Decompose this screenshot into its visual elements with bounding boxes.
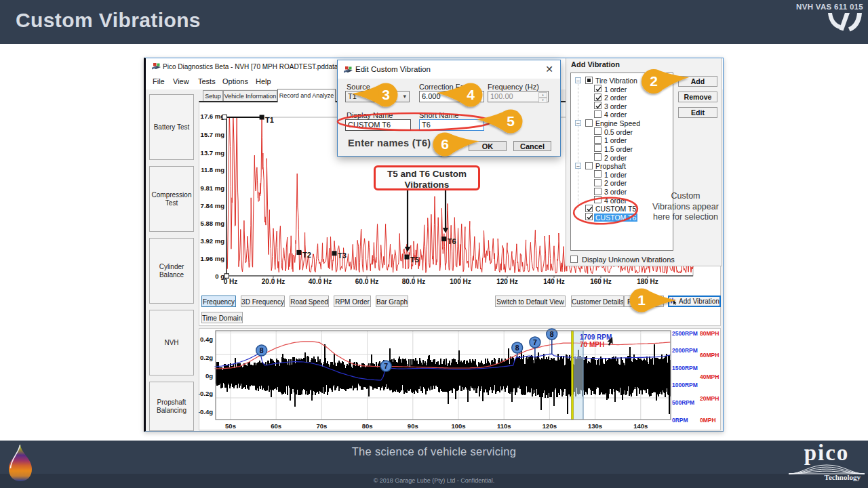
tree-item-1-order[interactable]: 1 order xyxy=(571,85,673,94)
tree-checkbox-unchecked[interactable] xyxy=(594,153,601,161)
tree-expander-icon[interactable]: – xyxy=(575,77,581,83)
spinner-buttons[interactable]: ▲▼ xyxy=(538,92,547,102)
tree-checkbox-unchecked[interactable] xyxy=(585,119,593,127)
tree-item-label[interactable]: 1 order xyxy=(603,136,628,144)
tree-item-label[interactable]: Propshaft xyxy=(594,162,627,170)
display-name-input[interactable]: CUSTOM T6 xyxy=(345,119,411,131)
svg-text:120 Hz: 120 Hz xyxy=(496,278,518,285)
tree-item-label[interactable]: 1.5 order xyxy=(603,145,634,153)
sidebar-button-battery-test[interactable]: Battery Test xyxy=(149,94,194,160)
tree-item-3-order[interactable]: 3 order xyxy=(571,102,673,110)
tree-item-label[interactable]: 2 order xyxy=(603,179,628,187)
tree-item-label[interactable]: Engine Speed xyxy=(594,119,642,127)
tree-expander-icon[interactable]: – xyxy=(575,120,581,126)
tree-item-2-order[interactable]: 2 order xyxy=(571,178,673,187)
tree-item-label[interactable]: Tire Vibration xyxy=(594,77,639,85)
svg-text:7.84 mg: 7.84 mg xyxy=(201,202,225,209)
tree-checkbox-unchecked[interactable] xyxy=(594,144,601,152)
view-button-switch-to-default-view[interactable]: Switch to Default View xyxy=(495,296,566,307)
tree-checkbox-checked[interactable] xyxy=(585,213,593,220)
short-name-label: Short Name xyxy=(419,111,459,119)
tree-item-2-order[interactable]: 2 order xyxy=(571,93,673,102)
view-button-3d-frequency[interactable]: 3D Frequency xyxy=(241,296,285,307)
tree-checkbox-unchecked[interactable] xyxy=(594,188,601,195)
tree-checkbox-unchecked[interactable] xyxy=(594,179,601,186)
tree-checkbox-checked[interactable] xyxy=(594,85,601,92)
view-button-add-vibration[interactable]: Add Vibration xyxy=(668,296,721,307)
short-name-value: T6 xyxy=(422,121,431,129)
source-combobox[interactable]: T1 ▾ xyxy=(345,91,410,102)
close-icon[interactable]: ✕ xyxy=(544,64,555,75)
correction-factor-input[interactable]: 6.000 xyxy=(419,91,484,102)
spinner-up-icon: ▲ xyxy=(538,92,547,98)
tree-checkbox-checked[interactable] xyxy=(594,94,601,101)
sidebar-button-compression-test[interactable]: Compression Test xyxy=(149,166,194,232)
edit-button[interactable]: Edit xyxy=(678,107,717,118)
tree-item-propshaft[interactable]: –Propshaft xyxy=(571,161,673,170)
sidebar-button-nvh[interactable]: NVH xyxy=(149,310,194,375)
tree-item-label[interactable]: 0.5 order xyxy=(603,128,634,136)
tree-item-label[interactable]: 1 order xyxy=(603,171,628,179)
tree-checkbox-checked[interactable] xyxy=(585,205,593,212)
tree-item-2-order[interactable]: 2 order xyxy=(571,153,673,162)
tree-checkbox-unchecked[interactable] xyxy=(594,110,601,118)
tree-item-label[interactable]: 2 order xyxy=(603,154,628,162)
add-vibration-panel: Add Vibration –Tire Vibration1 order2 or… xyxy=(566,58,722,266)
menu-view[interactable]: View xyxy=(173,77,189,85)
tree-checkbox-checked[interactable] xyxy=(594,102,601,109)
tree-item-label[interactable]: CUSTOM T5 xyxy=(594,205,637,213)
tree-item-label[interactable]: 1 order xyxy=(603,85,628,94)
view-button-bar-graph[interactable]: Bar Graph xyxy=(376,296,408,307)
tree-checkbox-unchecked[interactable] xyxy=(585,162,593,169)
view-button-time-domain[interactable]: Time Domain xyxy=(201,312,243,323)
tree-checkbox-unchecked[interactable] xyxy=(594,127,601,135)
tree-checkbox-mixed[interactable] xyxy=(585,77,593,84)
view-button-frequency[interactable]: Frequency xyxy=(201,296,236,307)
tree-item-label[interactable]: 4 order xyxy=(603,110,628,119)
short-name-input[interactable]: T6 xyxy=(419,119,484,131)
tree-item-label[interactable]: 4 order xyxy=(603,197,628,205)
sidebar-button-cylinder-balance[interactable]: Cylinder Balance xyxy=(149,238,194,304)
frequency-input[interactable]: 100.00 ▲▼ xyxy=(488,91,549,102)
tree-item-label[interactable]: CUSTOM T6 xyxy=(594,214,637,222)
ok-button[interactable]: OK xyxy=(469,141,507,151)
tree-checkbox-unchecked[interactable] xyxy=(594,196,601,203)
tree-item-label[interactable]: 3 order xyxy=(603,188,628,196)
svg-text:T2: T2 xyxy=(302,251,311,259)
tree-expander-icon[interactable]: – xyxy=(575,163,581,169)
tree-item-1-5-order[interactable]: 1.5 order xyxy=(571,144,673,153)
tree-checkbox-unchecked[interactable] xyxy=(594,136,601,144)
view-button-f[interactable]: F xyxy=(624,296,664,307)
tree-item-4-order[interactable]: 4 order xyxy=(571,110,673,119)
add-vibration-panel-title: Add Vibration xyxy=(571,60,620,68)
tab-record-and-analyze[interactable]: Record and Analyze xyxy=(277,89,336,102)
tree-item-1-order[interactable]: 1 order xyxy=(571,136,673,144)
view-button-road-speed[interactable]: Road Speed xyxy=(290,296,329,307)
dialog-titlebar[interactable]: Edit Custom Vibration ✕ xyxy=(338,60,560,79)
display-unknown-checkbox[interactable] xyxy=(570,256,578,263)
remove-button[interactable]: Remove xyxy=(678,92,717,102)
menu-options[interactable]: Options xyxy=(222,77,248,85)
timedomain-chart[interactable]: 878781709 RPM70 MPH0.4g0.2g0g-0.2g-0.4g5… xyxy=(199,328,721,430)
t5t6-box-line: T5 and T6 Custom xyxy=(376,169,478,180)
menu-help[interactable]: Help xyxy=(256,77,271,85)
window-title: Pico Diagnostics Beta - NVH [70 MPH ROAD… xyxy=(163,63,340,70)
tree-checkbox-unchecked[interactable] xyxy=(594,170,601,178)
cancel-button[interactable]: Cancel xyxy=(513,141,551,151)
tree-item-label[interactable]: 2 order xyxy=(603,94,628,102)
note-line: here for selection xyxy=(649,212,722,223)
svg-text:80s: 80s xyxy=(362,422,373,430)
add-button[interactable]: Add xyxy=(678,76,717,87)
tree-item-tire-vibration[interactable]: –Tire Vibration xyxy=(571,76,673,85)
view-button-customer-details[interactable]: Customer Details xyxy=(571,296,624,307)
menu-file[interactable]: File xyxy=(153,77,165,85)
view-button-rpm-order[interactable]: RPM Order xyxy=(334,296,371,307)
sidebar-button-propshaft-balancing[interactable]: Propshaft Balancing xyxy=(149,382,194,431)
tree-item-1-order[interactable]: 1 order xyxy=(571,170,673,179)
pico-technology-logo: pico Technology xyxy=(789,442,865,484)
tree-item-0-5-order[interactable]: 0.5 order xyxy=(571,127,673,136)
menu-tests[interactable]: Tests xyxy=(198,77,216,85)
tree-item-engine-speed[interactable]: –Engine Speed xyxy=(571,119,673,127)
svg-text:70 MPH: 70 MPH xyxy=(580,341,604,348)
tree-item-label[interactable]: 3 order xyxy=(603,102,628,110)
